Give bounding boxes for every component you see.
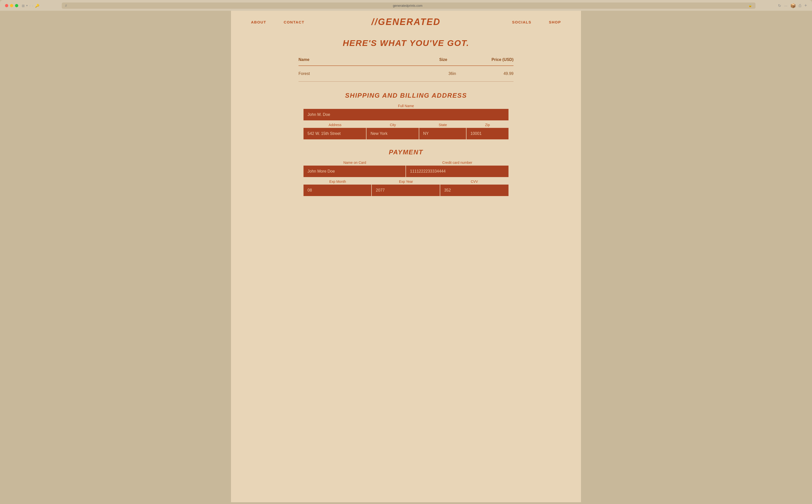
share-icon[interactable]: ⎙ bbox=[799, 3, 801, 8]
traffic-lights bbox=[5, 4, 18, 7]
col-price-header: Price (USD) bbox=[491, 57, 513, 62]
3d-icon[interactable]: 📦 bbox=[790, 3, 796, 8]
page-title: HERE'S WHAT YOU'VE GOT. bbox=[231, 38, 581, 48]
cc-number-group: Credit card number bbox=[406, 161, 508, 177]
nav-left: ABOUT CONTACT bbox=[251, 20, 305, 24]
name-on-card-group: Name on Card bbox=[304, 161, 406, 177]
payment-row-2: Exp Month Exp Year CVV bbox=[304, 178, 508, 196]
cc-number-input[interactable] bbox=[406, 166, 508, 177]
state-field-group: State bbox=[419, 121, 466, 139]
navigation: ABOUT CONTACT //GENERATED SOCIALS SHOP bbox=[231, 11, 581, 33]
exp-month-label: Exp Month bbox=[304, 180, 372, 184]
cc-number-label: Credit card number bbox=[406, 161, 508, 165]
address-field-group: Address bbox=[304, 121, 367, 139]
chevron-down-icon[interactable]: ▾ bbox=[26, 4, 28, 7]
nav-socials[interactable]: SOCIALS bbox=[512, 20, 531, 24]
logo[interactable]: //GENERATED bbox=[372, 17, 440, 27]
zip-input[interactable] bbox=[466, 128, 508, 139]
exp-month-input[interactable] bbox=[304, 185, 372, 196]
city-field-group: City bbox=[367, 121, 419, 139]
row-name: Forest bbox=[299, 71, 401, 76]
close-button[interactable] bbox=[5, 4, 8, 7]
state-label: State bbox=[419, 123, 466, 127]
browser-chrome: ⊞ ▾ ‹ › 🔑 // generatedprints.com 🔒 ↻ ···… bbox=[0, 0, 812, 11]
name-on-card-label: Name on Card bbox=[304, 161, 406, 165]
exp-year-input[interactable] bbox=[372, 185, 440, 196]
table-header-row: Name Size Price (USD) bbox=[299, 55, 513, 65]
zip-label: Zip bbox=[466, 123, 508, 127]
col-size-header: Size bbox=[395, 57, 491, 62]
zip-field-group: Zip bbox=[466, 121, 508, 139]
page-icon: // bbox=[65, 4, 67, 7]
city-input[interactable] bbox=[367, 128, 419, 139]
table-bottom-divider bbox=[299, 81, 513, 82]
exp-month-group: Exp Month bbox=[304, 178, 372, 196]
new-tab-icon[interactable]: + bbox=[804, 3, 807, 8]
nav-right: SOCIALS SHOP bbox=[512, 20, 561, 24]
row-size: 36in bbox=[401, 71, 503, 76]
payment-heading: PAYMENT bbox=[304, 148, 508, 156]
browser-right-controls: ↻ ··· 📦 ⎙ + bbox=[778, 3, 807, 8]
full-name-field-group: Full Name bbox=[304, 104, 508, 120]
name-on-card-input[interactable] bbox=[304, 166, 406, 177]
forward-icon[interactable]: › bbox=[32, 3, 33, 8]
back-icon[interactable]: ‹ bbox=[29, 3, 30, 8]
table-row: Forest 36in 49.99 bbox=[299, 66, 513, 81]
exp-year-group: Exp Year bbox=[372, 178, 440, 196]
col-name-header: Name bbox=[299, 57, 395, 62]
page-wrapper: ABOUT CONTACT //GENERATED SOCIALS SHOP H… bbox=[231, 11, 581, 502]
order-table-section: Name Size Price (USD) Forest 36in 49.99 bbox=[294, 55, 518, 82]
payment-row-1: Name on Card Credit card number bbox=[304, 161, 508, 177]
password-manager-icon[interactable]: 🔑 bbox=[35, 4, 39, 8]
address-row: Address City State Zip bbox=[304, 121, 508, 139]
shipping-heading: SHIPPING AND BILLING ADDRESS bbox=[304, 92, 508, 99]
exp-year-label: Exp Year bbox=[372, 180, 440, 184]
cvv-label: CVV bbox=[440, 180, 508, 184]
row-price: 49.99 bbox=[503, 71, 513, 76]
full-name-input[interactable] bbox=[304, 109, 508, 120]
address-bar[interactable]: // generatedprints.com 🔒 bbox=[62, 2, 756, 9]
full-name-label: Full Name bbox=[304, 104, 508, 108]
reload-icon[interactable]: ↻ bbox=[778, 3, 781, 8]
cvv-input[interactable] bbox=[440, 185, 508, 196]
sidebar-toggle-icon[interactable]: ⊞ bbox=[22, 4, 25, 8]
address-label: Address bbox=[304, 123, 367, 127]
nav-contact[interactable]: CONTACT bbox=[284, 20, 305, 24]
minimize-button[interactable] bbox=[10, 4, 13, 7]
browser-controls: ⊞ ▾ ‹ › 🔑 bbox=[22, 3, 39, 8]
state-input[interactable] bbox=[419, 128, 466, 139]
city-label: City bbox=[367, 123, 419, 127]
maximize-button[interactable] bbox=[15, 4, 18, 7]
lock-icon: 🔒 bbox=[749, 4, 752, 7]
url-text: generatedprints.com bbox=[69, 4, 747, 7]
address-input[interactable] bbox=[304, 128, 367, 139]
extensions-icon[interactable]: ··· bbox=[784, 3, 788, 8]
payment-section: PAYMENT Name on Card Credit card number … bbox=[299, 148, 513, 196]
shipping-section: SHIPPING AND BILLING ADDRESS Full Name A… bbox=[299, 92, 513, 139]
nav-about[interactable]: ABOUT bbox=[251, 20, 266, 24]
nav-shop[interactable]: SHOP bbox=[549, 20, 561, 24]
cvv-group: CVV bbox=[440, 178, 508, 196]
